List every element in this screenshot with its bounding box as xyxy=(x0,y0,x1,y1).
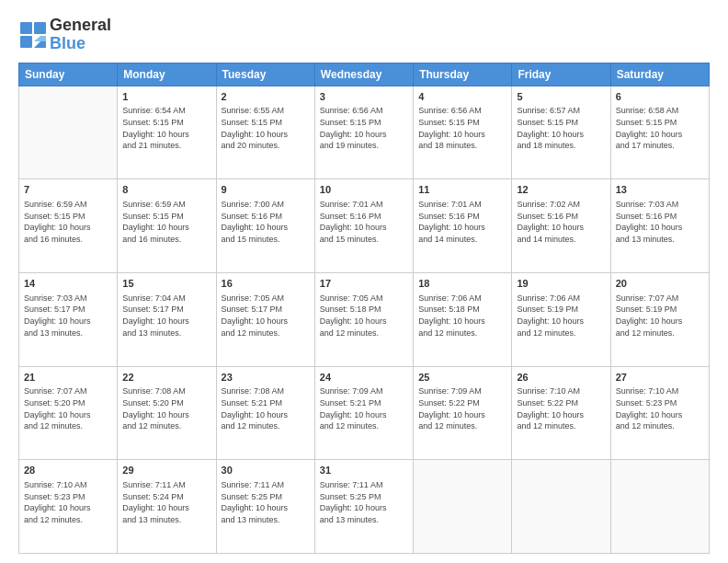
calendar-cell: 12Sunrise: 7:02 AM Sunset: 5:16 PM Dayli… xyxy=(512,179,610,273)
calendar-cell: 16Sunrise: 7:05 AM Sunset: 5:17 PM Dayli… xyxy=(216,272,314,366)
day-number: 6 xyxy=(616,90,704,104)
day-info: Sunrise: 6:58 AM Sunset: 5:15 PM Dayligh… xyxy=(616,105,704,151)
calendar-cell: 26Sunrise: 7:10 AM Sunset: 5:22 PM Dayli… xyxy=(512,366,610,460)
day-info: Sunrise: 6:59 AM Sunset: 5:15 PM Dayligh… xyxy=(24,199,112,245)
svg-marker-4 xyxy=(34,36,46,41)
day-number: 10 xyxy=(320,183,408,197)
calendar-cell: 9Sunrise: 7:00 AM Sunset: 5:16 PM Daylig… xyxy=(216,179,314,273)
day-info: Sunrise: 7:10 AM Sunset: 5:23 PM Dayligh… xyxy=(616,385,704,431)
day-info: Sunrise: 6:56 AM Sunset: 5:15 PM Dayligh… xyxy=(418,105,506,151)
calendar-cell: 30Sunrise: 7:11 AM Sunset: 5:25 PM Dayli… xyxy=(216,460,314,554)
day-number: 13 xyxy=(616,183,704,197)
day-info: Sunrise: 7:11 AM Sunset: 5:24 PM Dayligh… xyxy=(122,479,210,525)
weekday-header-monday: Monday xyxy=(118,63,216,86)
calendar-cell: 23Sunrise: 7:08 AM Sunset: 5:21 PM Dayli… xyxy=(216,366,314,460)
day-info: Sunrise: 7:05 AM Sunset: 5:18 PM Dayligh… xyxy=(320,293,408,339)
day-number: 22 xyxy=(122,371,210,385)
day-info: Sunrise: 7:11 AM Sunset: 5:25 PM Dayligh… xyxy=(222,479,310,525)
day-number: 30 xyxy=(222,464,310,477)
calendar: SundayMondayTuesdayWednesdayThursdayFrid… xyxy=(18,63,710,554)
day-number: 26 xyxy=(517,371,605,385)
day-info: Sunrise: 7:07 AM Sunset: 5:20 PM Dayligh… xyxy=(24,385,112,431)
day-info: Sunrise: 6:59 AM Sunset: 5:15 PM Dayligh… xyxy=(122,199,210,245)
header: General Blue xyxy=(18,17,710,53)
page: General Blue SundayMondayTuesdayWednesda… xyxy=(0,0,728,563)
calendar-cell: 18Sunrise: 7:06 AM Sunset: 5:18 PM Dayli… xyxy=(414,272,512,366)
day-info: Sunrise: 7:03 AM Sunset: 5:17 PM Dayligh… xyxy=(24,293,112,339)
day-info: Sunrise: 7:08 AM Sunset: 5:21 PM Dayligh… xyxy=(222,385,310,431)
day-number: 3 xyxy=(320,90,408,104)
day-number: 11 xyxy=(418,183,506,197)
day-number: 5 xyxy=(517,90,605,104)
calendar-cell: 20Sunrise: 7:07 AM Sunset: 5:19 PM Dayli… xyxy=(610,272,709,366)
weekday-header-thursday: Thursday xyxy=(414,63,512,86)
calendar-cell: 21Sunrise: 7:07 AM Sunset: 5:20 PM Dayli… xyxy=(19,366,118,460)
week-row-2: 14Sunrise: 7:03 AM Sunset: 5:17 PM Dayli… xyxy=(19,272,710,366)
week-row-0: 1Sunrise: 6:54 AM Sunset: 5:15 PM Daylig… xyxy=(19,86,710,179)
day-number: 29 xyxy=(122,464,210,477)
calendar-cell xyxy=(414,460,512,554)
day-number: 31 xyxy=(320,464,408,477)
day-info: Sunrise: 7:07 AM Sunset: 5:19 PM Dayligh… xyxy=(616,293,704,339)
logo-icon xyxy=(20,22,46,48)
calendar-cell: 13Sunrise: 7:03 AM Sunset: 5:16 PM Dayli… xyxy=(610,179,709,273)
day-info: Sunrise: 7:03 AM Sunset: 5:16 PM Dayligh… xyxy=(616,199,704,245)
calendar-cell xyxy=(512,460,610,554)
week-row-1: 7Sunrise: 6:59 AM Sunset: 5:15 PM Daylig… xyxy=(19,179,710,273)
calendar-cell: 17Sunrise: 7:05 AM Sunset: 5:18 PM Dayli… xyxy=(314,272,413,366)
calendar-cell: 14Sunrise: 7:03 AM Sunset: 5:17 PM Dayli… xyxy=(19,272,118,366)
day-info: Sunrise: 7:09 AM Sunset: 5:22 PM Dayligh… xyxy=(418,385,506,431)
weekday-header-tuesday: Tuesday xyxy=(216,63,314,86)
day-info: Sunrise: 7:04 AM Sunset: 5:17 PM Dayligh… xyxy=(122,293,210,339)
day-info: Sunrise: 7:00 AM Sunset: 5:16 PM Dayligh… xyxy=(222,199,310,245)
day-info: Sunrise: 7:01 AM Sunset: 5:16 PM Dayligh… xyxy=(320,199,408,245)
day-info: Sunrise: 7:06 AM Sunset: 5:19 PM Dayligh… xyxy=(517,293,605,339)
day-number: 16 xyxy=(222,277,310,291)
week-row-4: 28Sunrise: 7:10 AM Sunset: 5:23 PM Dayli… xyxy=(19,460,710,554)
calendar-cell: 4Sunrise: 6:56 AM Sunset: 5:15 PM Daylig… xyxy=(414,86,512,179)
calendar-cell: 31Sunrise: 7:11 AM Sunset: 5:25 PM Dayli… xyxy=(314,460,413,554)
logo: General Blue xyxy=(18,17,111,53)
calendar-cell: 29Sunrise: 7:11 AM Sunset: 5:24 PM Dayli… xyxy=(118,460,216,554)
calendar-cell xyxy=(19,86,118,179)
day-info: Sunrise: 7:11 AM Sunset: 5:25 PM Dayligh… xyxy=(320,479,408,525)
day-number: 24 xyxy=(320,371,408,385)
day-info: Sunrise: 7:09 AM Sunset: 5:21 PM Dayligh… xyxy=(320,385,408,431)
day-number: 2 xyxy=(222,90,310,104)
day-number: 9 xyxy=(222,183,310,197)
day-number: 21 xyxy=(24,371,112,385)
day-number: 27 xyxy=(616,371,704,385)
day-info: Sunrise: 7:05 AM Sunset: 5:17 PM Dayligh… xyxy=(222,293,310,339)
weekday-header-wednesday: Wednesday xyxy=(314,63,413,86)
day-info: Sunrise: 7:01 AM Sunset: 5:16 PM Dayligh… xyxy=(418,199,506,245)
day-info: Sunrise: 7:10 AM Sunset: 5:22 PM Dayligh… xyxy=(517,385,605,431)
day-info: Sunrise: 7:06 AM Sunset: 5:18 PM Dayligh… xyxy=(418,293,506,339)
calendar-cell xyxy=(610,460,709,554)
day-number: 1 xyxy=(122,90,210,104)
calendar-cell: 19Sunrise: 7:06 AM Sunset: 5:19 PM Dayli… xyxy=(512,272,610,366)
calendar-cell: 22Sunrise: 7:08 AM Sunset: 5:20 PM Dayli… xyxy=(118,366,216,460)
day-number: 23 xyxy=(222,371,310,385)
day-number: 12 xyxy=(517,183,605,197)
day-number: 17 xyxy=(320,277,408,291)
day-number: 7 xyxy=(24,183,112,197)
day-info: Sunrise: 6:57 AM Sunset: 5:15 PM Dayligh… xyxy=(517,105,605,151)
day-info: Sunrise: 6:55 AM Sunset: 5:15 PM Dayligh… xyxy=(222,105,310,151)
weekday-header-sunday: Sunday xyxy=(19,63,118,86)
day-number: 15 xyxy=(122,277,210,291)
calendar-cell: 11Sunrise: 7:01 AM Sunset: 5:16 PM Dayli… xyxy=(414,179,512,273)
calendar-cell: 25Sunrise: 7:09 AM Sunset: 5:22 PM Dayli… xyxy=(414,366,512,460)
day-info: Sunrise: 7:08 AM Sunset: 5:20 PM Dayligh… xyxy=(122,385,210,431)
calendar-cell: 6Sunrise: 6:58 AM Sunset: 5:15 PM Daylig… xyxy=(610,86,709,179)
calendar-cell: 28Sunrise: 7:10 AM Sunset: 5:23 PM Dayli… xyxy=(19,460,118,554)
logo-text: General Blue xyxy=(50,17,111,53)
day-number: 20 xyxy=(616,277,704,291)
svg-rect-0 xyxy=(20,22,32,34)
day-info: Sunrise: 6:56 AM Sunset: 5:15 PM Dayligh… xyxy=(320,105,408,151)
weekday-header-saturday: Saturday xyxy=(610,63,709,86)
calendar-cell: 7Sunrise: 6:59 AM Sunset: 5:15 PM Daylig… xyxy=(19,179,118,273)
day-number: 19 xyxy=(517,277,605,291)
svg-rect-1 xyxy=(34,22,46,34)
calendar-cell: 5Sunrise: 6:57 AM Sunset: 5:15 PM Daylig… xyxy=(512,86,610,179)
calendar-cell: 27Sunrise: 7:10 AM Sunset: 5:23 PM Dayli… xyxy=(610,366,709,460)
